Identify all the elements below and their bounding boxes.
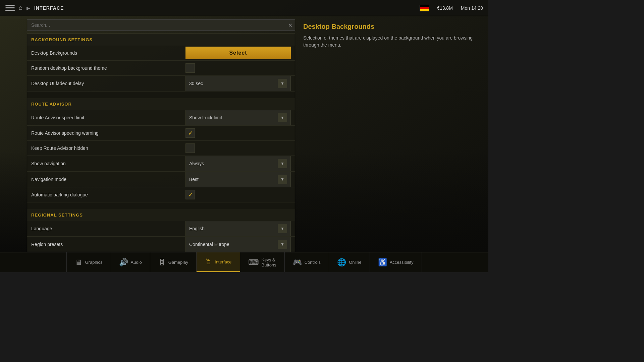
setting-row-keep-hidden: Keep Route Advisor hidden	[27, 141, 295, 156]
speeding-warning-checkbox[interactable]: ✓	[185, 128, 195, 138]
setting-label-fadeout: Desktop UI fadeout delay	[31, 81, 185, 86]
nav-label-controls: Controls	[305, 260, 321, 265]
setting-control-show-navigation: Always ▼	[185, 156, 291, 171]
setting-row-language: Language English ▼	[27, 221, 295, 237]
nav-item-online[interactable]: 🌐 Online	[329, 252, 370, 272]
fadeout-dropdown[interactable]: 30 sec ▼	[185, 76, 291, 91]
random-bg-checkbox[interactable]	[185, 63, 195, 73]
fadeout-dropdown-arrow: ▼	[278, 79, 287, 88]
setting-label-navigation-mode: Navigation mode	[31, 177, 185, 182]
graphics-icon: 🖥	[75, 258, 82, 267]
setting-control-speeding-warning: ✓	[185, 128, 291, 138]
setting-control-parking-dialogue: ✓	[185, 190, 291, 199]
setting-control-fadeout: 30 sec ▼	[185, 76, 291, 91]
search-input[interactable]	[27, 19, 295, 31]
breadcrumb-arrow: ▶	[26, 5, 30, 11]
setting-control-desktop-backgrounds: Select	[185, 47, 291, 59]
setting-label-language: Language	[31, 226, 185, 231]
main-area: ✕ BACKGROUND SETTINGS Desktop Background…	[27, 16, 295, 252]
language-dropdown-value: English	[189, 226, 278, 231]
navigation-mode-dropdown-value: Best	[189, 177, 278, 182]
nav-label-gameplay: Gameplay	[168, 260, 188, 265]
section-header-route: ROUTE ADVISOR	[27, 98, 295, 110]
controls-icon: 🎮	[293, 258, 302, 267]
nav-item-gameplay[interactable]: 🎛 Gameplay	[150, 252, 197, 272]
audio-icon: 🔊	[119, 258, 128, 267]
search-close-icon[interactable]: ✕	[288, 22, 292, 28]
keep-hidden-checkbox[interactable]	[185, 143, 195, 153]
setting-label-speed-limit: Route Advisor speed limit	[31, 115, 185, 120]
region-presets-dropdown[interactable]: Continental Europe ▼	[185, 237, 291, 252]
setting-label-parking-dialogue: Automatic parking dialogue	[31, 192, 185, 197]
time-display: Mon 14:20	[461, 5, 483, 11]
gameplay-icon: 🎛	[158, 258, 166, 267]
parking-dialogue-checkbox[interactable]: ✓	[185, 190, 195, 199]
top-bar-left: ⌂ ▶ INTERFACE	[5, 3, 64, 13]
speeding-warning-checkmark: ✓	[188, 130, 193, 136]
accessibility-icon: ♿	[378, 258, 387, 267]
setting-row-speeding-warning: Route Advisor speeding warning ✓	[27, 126, 295, 141]
navigation-mode-dropdown-arrow: ▼	[278, 175, 287, 184]
top-bar-right: €13.8M Mon 14:20	[420, 5, 483, 11]
speed-limit-dropdown-value: Show truck limit	[189, 115, 278, 120]
region-presets-dropdown-value: Continental Europe	[189, 242, 278, 247]
spacer-1	[27, 92, 295, 98]
language-dropdown-arrow: ▼	[278, 224, 287, 233]
show-navigation-dropdown-arrow: ▼	[278, 159, 287, 168]
nav-label-accessibility: Accessibility	[390, 260, 414, 265]
bottom-nav: 🖥 Graphics 🔊 Audio 🎛 Gameplay 🖱 Interfac…	[0, 252, 488, 272]
nav-label-keys-buttons: Keys & Buttons	[262, 257, 276, 267]
parking-dialogue-checkmark: ✓	[188, 192, 193, 198]
setting-control-navigation-mode: Best ▼	[185, 172, 291, 187]
speed-limit-dropdown-arrow: ▼	[278, 113, 287, 122]
right-panel-description: Selection of themes that are displayed o…	[303, 35, 480, 49]
settings-panel: BACKGROUND SETTINGS Desktop Backgrounds …	[27, 34, 295, 252]
nav-label-interface: Interface	[215, 259, 232, 264]
setting-row-region-presets: Region presets Continental Europe ▼	[27, 237, 295, 252]
show-navigation-dropdown[interactable]: Always ▼	[185, 156, 291, 171]
flag-icon	[420, 5, 429, 11]
setting-row-speed-limit: Route Advisor speed limit Show truck lim…	[27, 110, 295, 126]
setting-label-desktop-backgrounds: Desktop Backgrounds	[31, 50, 185, 56]
fadeout-dropdown-value: 30 sec	[189, 81, 278, 86]
speed-limit-dropdown[interactable]: Show truck limit ▼	[185, 110, 291, 125]
setting-control-language: English ▼	[185, 221, 291, 236]
nav-item-accessibility[interactable]: ♿ Accessibility	[370, 252, 422, 272]
nav-item-keys-buttons[interactable]: ⌨ Keys & Buttons	[240, 252, 285, 272]
setting-row-navigation-mode: Navigation mode Best ▼	[27, 172, 295, 187]
home-icon[interactable]: ⌂	[19, 4, 22, 11]
setting-label-speeding-warning: Route Advisor speeding warning	[31, 130, 185, 136]
setting-control-region-presets: Continental Europe ▼	[185, 237, 291, 252]
nav-item-graphics[interactable]: 🖥 Graphics	[66, 252, 111, 272]
setting-control-speed-limit: Show truck limit ▼	[185, 110, 291, 125]
nav-item-interface[interactable]: 🖱 Interface	[197, 252, 240, 272]
spacer-2	[27, 202, 295, 209]
nav-item-controls[interactable]: 🎮 Controls	[285, 252, 329, 272]
section-header-regional: REGIONAL SETTINGS	[27, 209, 295, 221]
setting-row-fadeout: Desktop UI fadeout delay 30 sec ▼	[27, 76, 295, 92]
nav-item-audio[interactable]: 🔊 Audio	[111, 252, 150, 272]
nav-label-graphics: Graphics	[85, 260, 102, 265]
setting-label-show-navigation: Show navigation	[31, 161, 185, 166]
setting-row-random-bg: Random desktop background theme	[27, 61, 295, 76]
search-bar: ✕	[27, 19, 295, 31]
menu-icon[interactable]	[5, 3, 15, 13]
nav-label-online: Online	[349, 260, 362, 265]
top-bar: ⌂ ▶ INTERFACE €13.8M Mon 14:20	[0, 0, 488, 16]
section-header-background: BACKGROUND SETTINGS	[27, 34, 295, 46]
setting-row-parking-dialogue: Automatic parking dialogue ✓	[27, 187, 295, 202]
setting-label-random-bg: Random desktop background theme	[31, 65, 185, 71]
navigation-mode-dropdown[interactable]: Best ▼	[185, 172, 291, 187]
right-panel-title: Desktop Backgrounds	[303, 23, 480, 31]
online-icon: 🌐	[337, 258, 346, 267]
desktop-backgrounds-select-button[interactable]: Select	[185, 47, 291, 59]
setting-label-region-presets: Region presets	[31, 242, 185, 247]
right-panel: Desktop Backgrounds Selection of themes …	[295, 16, 488, 252]
balance-display: €13.8M	[437, 5, 453, 11]
keys-icon: ⌨	[248, 258, 259, 267]
interface-icon: 🖱	[205, 257, 212, 266]
language-dropdown[interactable]: English ▼	[185, 221, 291, 236]
breadcrumb-label: INTERFACE	[34, 5, 64, 11]
region-presets-dropdown-arrow: ▼	[278, 240, 287, 249]
setting-control-random-bg	[185, 63, 291, 73]
